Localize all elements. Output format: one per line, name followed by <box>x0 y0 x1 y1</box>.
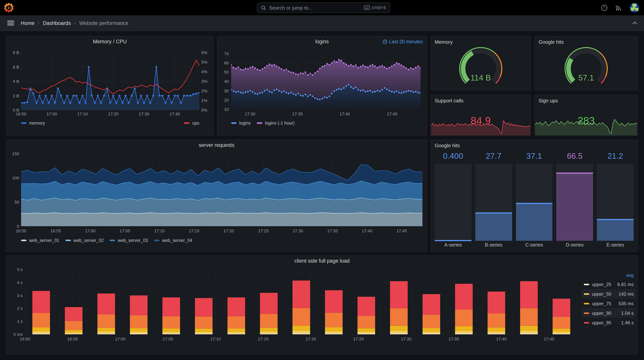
chevron-up-icon[interactable] <box>632 20 638 28</box>
panel-title[interactable]: client side full page load <box>6 258 638 264</box>
axis-tick: 1% <box>201 98 208 103</box>
axis-tick: 17:40 <box>496 336 507 341</box>
axis-tick: 0 ms <box>14 332 22 336</box>
search-placeholder: Search or jump to... <box>269 5 361 10</box>
axis-tick: 17:05 <box>162 336 173 341</box>
axis-tick: 17:00 <box>46 112 57 116</box>
axis-tick: 17:45 <box>396 228 407 233</box>
chart-legend: web_server_01web_server_02web_server_03w… <box>21 238 192 243</box>
legend-row[interactable]: upper_901.04 s <box>582 308 636 318</box>
panel-title[interactable]: Support calls <box>435 98 464 104</box>
axis-tick: 30 <box>224 88 229 93</box>
legend-item[interactable]: logins (-1 hour) <box>257 121 294 125</box>
breadcrumb-current: Website performance <box>79 20 128 26</box>
gauge-value: 57.1 <box>535 73 638 82</box>
axis-tick: 17:45 <box>544 336 554 341</box>
breadcrumb-home[interactable]: Home <box>21 20 34 26</box>
axis-tick: 16:55 <box>50 228 61 233</box>
chart-legend: memorycpu <box>21 121 199 125</box>
grafana-logo[interactable] <box>4 2 14 13</box>
axis-tick: 16:55 <box>67 336 78 341</box>
axis-tick: 16:50 <box>16 228 26 233</box>
legend-swatch <box>21 240 26 241</box>
bar-gauge-value: 0.400 <box>435 152 472 162</box>
news-rss-icon[interactable] <box>615 4 622 11</box>
legend-row[interactable]: upper_50142 ms <box>582 289 636 299</box>
bar-gauge-fill <box>516 202 552 241</box>
bar-gauge-value: 27.7 <box>475 152 512 162</box>
panel-title[interactable]: Google hits <box>435 142 460 148</box>
avatar[interactable] <box>630 3 640 13</box>
axis-tick: 17:20 <box>306 336 316 341</box>
bar-gauge-column: 66.5D-series <box>556 152 593 248</box>
axis-tick: 17:20 <box>224 228 234 233</box>
bar-gauge-track <box>435 164 472 241</box>
y-axis: 150100500 <box>7 152 19 228</box>
axis-tick: 3% <box>201 79 208 84</box>
legend-item[interactable]: logins <box>231 121 251 125</box>
panel-title[interactable]: server requests <box>6 142 427 148</box>
bar-gauge: 0.400A-series27.7B-series37.1C-series66.… <box>435 152 634 248</box>
legend-swatch <box>65 240 71 241</box>
panel-title[interactable]: Memory <box>435 39 453 45</box>
axis-tick: 150 <box>12 152 19 156</box>
panel-title[interactable]: Memory / CPU <box>6 39 213 44</box>
bar-gauge-fill <box>556 172 593 241</box>
bar-gauge-fill <box>475 212 512 241</box>
sign-ups-sparkline <box>535 118 637 135</box>
axis-tick: 17:10 <box>210 336 221 341</box>
legend-item[interactable]: memory <box>21 121 45 125</box>
legend-swatch <box>231 122 236 124</box>
menu-icon[interactable] <box>7 21 14 25</box>
axis-tick: 3 s <box>17 293 22 298</box>
legend-swatch <box>584 322 589 324</box>
breadcrumb-separator: › <box>38 20 40 26</box>
x-axis: 16:5017:0017:1017:2017:3017:40 <box>21 111 199 116</box>
axis-tick: 16:50 <box>16 112 26 116</box>
axis-tick: 50 <box>224 70 229 74</box>
axis-tick: 17:40 <box>340 112 350 116</box>
axis-tick: 6% <box>201 50 208 55</box>
bar-gauge-label: D-series <box>556 241 593 248</box>
gauge-value: 114 B <box>431 73 530 82</box>
bar-gauge-label: E-series <box>597 241 634 248</box>
axis-tick: 6 B <box>13 64 19 69</box>
breadcrumb-separator: › <box>74 20 76 26</box>
bar-gauge-value: 66.5 <box>556 152 593 162</box>
axis-tick: 50 <box>14 200 19 204</box>
axis-tick: 17:35 <box>292 112 303 116</box>
bar-gauge-label: C-series <box>516 241 552 248</box>
panel-support-calls: Support calls 84.9 <box>430 95 531 136</box>
support-calls-sparkline <box>431 118 530 135</box>
axis-tick: 70 <box>224 51 229 56</box>
time-range-link[interactable]: Last 20 minutes <box>382 39 423 44</box>
legend-item[interactable]: cpu <box>184 121 199 125</box>
y-axis-left: 8 B6 B4 B2 B0 B <box>7 50 19 112</box>
legend-avg-header[interactable]: avg <box>582 271 636 280</box>
keyboard-icon <box>364 5 370 10</box>
legend-item[interactable]: web_server_02 <box>65 238 104 243</box>
axis-tick: 17:00 <box>115 336 126 341</box>
breadcrumb-dashboards[interactable]: Dashboards <box>43 20 71 26</box>
series-legend-table: avgupper_256.81 msupper_50142 msupper_75… <box>582 271 636 328</box>
bar-gauge-fill <box>435 240 472 241</box>
bar-gauge-value: 21.2 <box>597 152 634 162</box>
help-icon[interactable]: ? <box>601 4 608 11</box>
legend-item[interactable]: web_server_01 <box>21 238 59 243</box>
search-input[interactable]: Search or jump to... cmd+k <box>257 2 390 13</box>
legend-row[interactable]: upper_951.46 s <box>582 318 636 328</box>
legend-item[interactable]: web_server_04 <box>154 238 192 243</box>
panel-sign-ups: Sign ups 283 <box>534 95 638 136</box>
axis-tick: 17:30 <box>245 112 255 116</box>
axis-tick: 17:15 <box>258 336 268 341</box>
legend-row[interactable]: upper_75535 ms <box>582 299 636 308</box>
legend-item[interactable]: web_server_03 <box>110 238 148 243</box>
axis-tick: 17:00 <box>85 228 96 233</box>
legend-swatch <box>584 284 589 285</box>
axis-tick: 40 <box>224 79 229 84</box>
axis-tick: 17:15 <box>189 228 199 233</box>
legend-row[interactable]: upper_256.81 ms <box>582 280 636 289</box>
panel-title[interactable]: Sign ups <box>538 98 558 104</box>
legend-swatch <box>154 240 160 241</box>
panel-title[interactable]: Google hits <box>538 39 564 45</box>
